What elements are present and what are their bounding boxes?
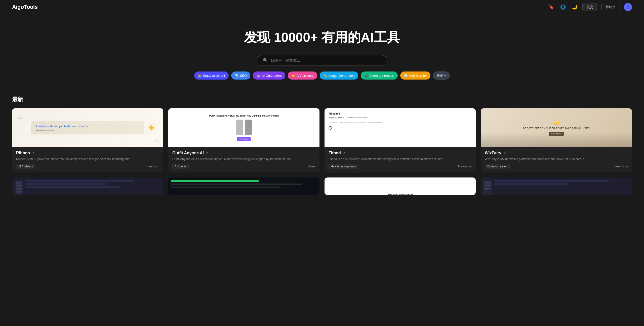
- card-description: Outfit Anyone AI is a revolutionary virt…: [172, 157, 315, 161]
- green-bar: [171, 180, 259, 182]
- card-thumb-outfit: Outfit Anyone AI: Virtual Try-on for Any…: [168, 108, 319, 147]
- latest-section: 最新 ☁️ Land your dream job faster and sma…: [0, 90, 644, 201]
- figure-1: [236, 120, 243, 135]
- card-hire[interactable]: Hire cold outreach AI Get started: [325, 177, 476, 195]
- card-ribbon[interactable]: ☁️ Land your dream job faster and smarte…: [12, 108, 163, 172]
- tag-article-writer[interactable]: 📰 Article writer: [400, 71, 431, 80]
- outfit-cta: Try it now: [237, 137, 251, 141]
- external-link-icon: ↗: [32, 151, 34, 155]
- card-description: WizFairy is an innovative platform that …: [485, 157, 628, 161]
- card-footer: Health management Freemium: [329, 164, 472, 169]
- cards-grid-row1: ☁️ Land your dream job faster and smarte…: [12, 108, 632, 172]
- tag-ai-assistant[interactable]: 🤝 AI Assistant: [288, 71, 317, 80]
- search-container: 🔍: [12, 55, 632, 65]
- card-name-row: WizFairy ↗: [485, 151, 628, 155]
- card-description: Fitbod is an AI-powered workout planner …: [329, 157, 472, 161]
- card-partial-2[interactable]: [168, 177, 319, 195]
- card-footer: AI Agents Free: [172, 164, 315, 169]
- card-category-tag: Health management: [329, 164, 358, 169]
- cloud-icon-br: ☁️: [154, 138, 159, 143]
- outfit-heading: Outfit Anyone AI: Virtual Try-on for Any…: [207, 115, 281, 117]
- wiz-headline: CREATE PERSONALIZED FAIRY TALES IN MINUT…: [523, 127, 590, 130]
- tag-seo[interactable]: 📡 SEO: [231, 71, 250, 80]
- card-pricing: Free: [309, 165, 315, 168]
- hero-title: 发现 10000+ 有用的AI工具: [12, 29, 632, 45]
- card-pricing: Freemium: [458, 165, 472, 168]
- card-footer: AI Assistant Freemium: [16, 164, 159, 169]
- card-category-tag: Content creation: [485, 164, 510, 169]
- wiz-emblem: ⚜️: [554, 120, 559, 126]
- external-link-icon: ↗: [503, 151, 506, 155]
- site-logo[interactable]: AigoTools: [12, 4, 37, 10]
- search-bar: 🔍: [257, 55, 387, 65]
- sidebar-mock-2: [483, 180, 492, 195]
- section-title-latest: 最新: [12, 96, 632, 103]
- card-partial-1[interactable]: [12, 177, 163, 195]
- card-body-wizfairy: WizFairy ↗ WizFairy is an innovative pla…: [481, 147, 632, 172]
- card-thumb-hire: Hire cold outreach AI Get started: [325, 177, 476, 195]
- fitbod-loader: [329, 126, 332, 130]
- card-name: Ribbon: [16, 151, 30, 155]
- moon-icon[interactable]: 🌙: [571, 3, 578, 11]
- tag-ai-characters[interactable]: 🤖 AI Characters: [253, 71, 285, 80]
- card-footer: Content creation Freemium: [485, 164, 628, 169]
- tags-row: 📚 Study assistant 📡 SEO 🤖 AI Characters …: [12, 71, 632, 80]
- cloud-icon-tl: ☁️: [16, 113, 23, 120]
- card-body-outfit: Outfit Anyone AI ↗ Outfit Anyone AI is a…: [168, 147, 319, 172]
- card-partial-4[interactable]: [481, 177, 632, 195]
- card-thumb-ribbon: ☁️ Land your dream job faster and smarte…: [12, 108, 163, 147]
- search-icon: 🔍: [263, 58, 268, 63]
- console-button[interactable]: 控制台: [601, 3, 620, 11]
- fitbod-note: Allow us to access the security of your …: [329, 122, 472, 124]
- avatar[interactable]: 👤: [624, 3, 632, 11]
- main-mock-2: [494, 180, 629, 195]
- card-outfit[interactable]: Outfit Anyone AI: Virtual Try-on for Any…: [168, 108, 319, 172]
- card-category-tag: AI Agents: [172, 164, 189, 169]
- card-pricing: Freemium: [146, 165, 159, 168]
- fitbod-tagline-text: Helping you get fitter. This may take a …: [329, 117, 472, 118]
- card-name-row: Outfit Anyone AI ↗: [172, 151, 315, 155]
- hero-section: 发现 10000+ 有用的AI工具 🔍 📚 Study assistant 📡 …: [0, 14, 644, 90]
- fitbod-logo-text: fitbod.me: [329, 112, 472, 115]
- card-pricing: Freemium: [614, 165, 628, 168]
- card-thumb-partial-4: [481, 177, 632, 195]
- external-link-icon: ↗: [343, 151, 345, 155]
- wiz-bg-decoration: [481, 132, 632, 147]
- card-thumb-fitbod: fitbod.me Helping you get fitter. This m…: [325, 108, 476, 147]
- search-input[interactable]: [270, 58, 381, 62]
- card-wizfairy[interactable]: ⚜️ CREATE PERSONALIZED FAIRY TALES IN MI…: [481, 108, 632, 172]
- card-name-row: Ribbon ↗: [16, 151, 159, 155]
- bookmark-icon[interactable]: 🔖: [548, 3, 555, 11]
- cards-grid-row2: Hire cold outreach AI Get started: [12, 177, 632, 195]
- card-category-tag: AI Assistant: [16, 164, 35, 169]
- tag-study-assistant[interactable]: 📚 Study assistant: [194, 71, 229, 80]
- ribbon-subtitle: AI-powered job search: [36, 129, 139, 131]
- tag-video-generation[interactable]: 📹 Video generation: [361, 71, 398, 80]
- card-body-ribbon: Ribbon ↗ Ribbon is an AI-powered job sea…: [12, 147, 163, 172]
- submit-button[interactable]: 提交: [582, 3, 597, 11]
- card-fitbod[interactable]: fitbod.me Helping you get fitter. This m…: [325, 108, 476, 172]
- card-name: Outfit Anyone AI: [172, 151, 204, 155]
- gray-bar-2: [171, 187, 280, 188]
- ribbon-headline: Land your dream job faster and smarter: [36, 124, 139, 128]
- card-thumb-partial-1: [12, 177, 163, 195]
- main-mock: [25, 180, 161, 195]
- hire-title: Hire cold outreach AI: [387, 193, 413, 195]
- figure-2: [245, 120, 252, 135]
- star-icon: ✦: [147, 122, 156, 134]
- card-name: Fitbod: [329, 151, 341, 155]
- card-description: Ribbon is an AI-powered job search tool …: [16, 157, 159, 161]
- navbar-right: 🔖 🌐 🌙 提交 控制台 👤: [548, 3, 632, 11]
- external-link-icon: ↗: [206, 151, 208, 155]
- globe-icon[interactable]: 🌐: [559, 3, 567, 11]
- tag-image-generation[interactable]: ✏️ Image Generation: [320, 71, 358, 80]
- tag-more[interactable]: 更多 +: [433, 71, 450, 80]
- card-thumb-partial-2: [168, 177, 319, 195]
- card-name: WizFairy: [485, 151, 501, 155]
- gray-bar-1: [171, 184, 302, 185]
- card-name-row: Fitbod ↗: [329, 151, 472, 155]
- card-thumb-wizfairy: ⚜️ CREATE PERSONALIZED FAIRY TALES IN MI…: [481, 108, 632, 147]
- sidebar-mock: [15, 180, 23, 195]
- card-body-fitbod: Fitbod ↗ Fitbod is an AI-powered workout…: [325, 147, 476, 172]
- navbar: AigoTools 🔖 🌐 🌙 提交 控制台 👤: [0, 0, 644, 14]
